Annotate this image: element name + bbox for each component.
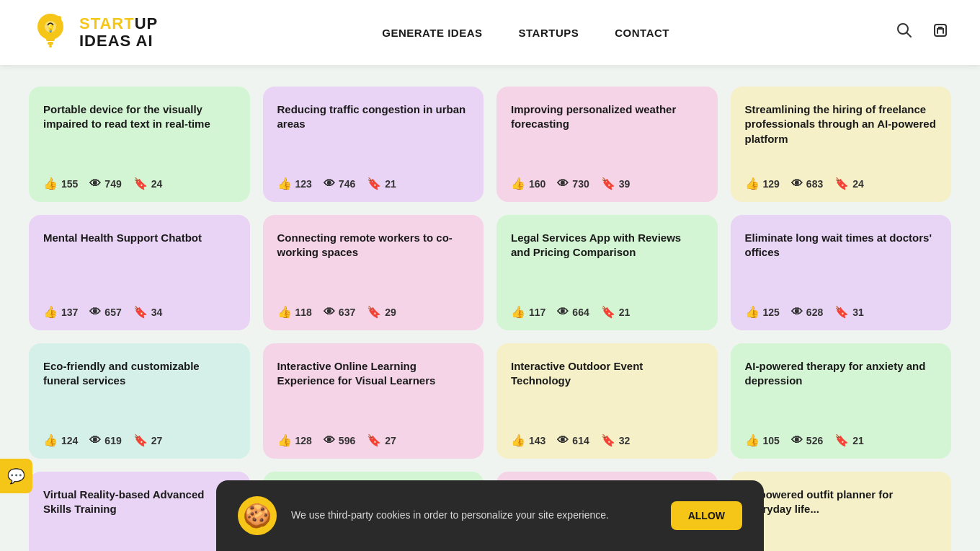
- card-bookmarks: 🔖 34: [133, 305, 163, 319]
- svg-point-5: [57, 16, 61, 20]
- header-icons: [894, 19, 951, 45]
- logo[interactable]: 💡 STARTUP IDEAS AI: [29, 11, 158, 54]
- logo-icon: 💡: [29, 11, 72, 54]
- main-content: Portable device for the visually impaire…: [0, 65, 980, 551]
- views-count: 749: [104, 178, 121, 190]
- card-title: Interactive Online Learning Experience f…: [277, 359, 470, 423]
- views-count: 596: [339, 435, 355, 446]
- views-icon: 👁: [324, 177, 335, 190]
- card-item[interactable]: Streamlining the hiring of freelance pro…: [731, 87, 952, 202]
- card-item[interactable]: Eliminate long wait times at doctors' of…: [731, 215, 952, 330]
- bookmarks-count: 39: [619, 178, 631, 190]
- bookmark-icon: 🔖: [834, 177, 849, 190]
- likes-count: 143: [529, 435, 545, 446]
- card-likes: 👍 129: [745, 177, 780, 190]
- card-stats: 👍 117 👁 664 🔖 21: [511, 305, 703, 319]
- card-views: 👁 596: [324, 434, 355, 447]
- bookmarks-count: 27: [385, 435, 396, 446]
- card-stats: 👍 105 👁 526 🔖 21: [745, 433, 937, 447]
- card-views: 👁 730: [557, 177, 589, 190]
- card-likes: 👍 124: [43, 433, 78, 447]
- card-item[interactable]: Portable device for the visually impaire…: [29, 87, 250, 202]
- card-item[interactable]: Interactive Online Learning Experience f…: [263, 343, 484, 459]
- views-count: 619: [104, 435, 121, 446]
- card-views: 👁 614: [557, 434, 589, 447]
- card-item[interactable]: Interactive Outdoor Event Technology 👍 1…: [496, 343, 718, 459]
- login-button[interactable]: [930, 19, 951, 45]
- svg-rect-2: [48, 42, 53, 45]
- card-bookmarks: 🔖 24: [133, 177, 163, 190]
- card-views: 👁 657: [89, 306, 121, 319]
- card-title: Streamlining the hiring of freelance pro…: [745, 102, 937, 167]
- likes-count: 129: [763, 178, 780, 190]
- card-stats: 👍 155 👁 749 🔖 24: [43, 177, 236, 190]
- card-bookmarks: 🔖 27: [133, 433, 163, 447]
- card-title: Connecting remote workers to co-working …: [277, 231, 470, 295]
- nav-contact[interactable]: CONTACT: [615, 27, 669, 39]
- like-icon: 👍: [277, 305, 292, 319]
- nav-generate[interactable]: GENERATE IDEAS: [382, 27, 482, 39]
- views-icon: 👁: [791, 306, 803, 319]
- card-stats: 👍 160 👁 730 🔖 39: [511, 177, 703, 190]
- views-count: 664: [572, 307, 589, 318]
- card-bookmarks: 🔖 21: [834, 433, 864, 447]
- cookie-allow-button[interactable]: ALLOW: [671, 501, 742, 530]
- card-likes: 👍 155: [43, 177, 78, 190]
- views-icon: 👁: [89, 434, 101, 447]
- views-count: 730: [572, 178, 589, 190]
- bookmark-icon: 🔖: [133, 305, 148, 319]
- views-icon: 👁: [89, 306, 101, 319]
- card-bookmarks: 🔖 21: [367, 177, 396, 190]
- search-button[interactable]: [894, 19, 915, 45]
- card-title: Improving personalized weather forecasti…: [511, 102, 703, 167]
- bookmarks-count: 24: [852, 178, 864, 190]
- feedback-button[interactable]: 💬: [0, 459, 32, 493]
- card-item[interactable]: Mental Health Support Chatbot 👍 137 👁 65…: [29, 215, 250, 330]
- card-likes: 👍 125: [745, 305, 780, 319]
- card-title: Virtual Reality-based Advanced Skills Tr…: [43, 488, 236, 551]
- card-title: Mental Health Support Chatbot: [43, 231, 236, 295]
- likes-count: 160: [529, 178, 545, 190]
- likes-count: 123: [295, 178, 312, 190]
- card-item[interactable]: Connecting remote workers to co-working …: [263, 215, 484, 330]
- views-icon: 👁: [557, 434, 569, 447]
- like-icon: 👍: [277, 433, 292, 447]
- card-likes: 👍 118: [277, 305, 312, 319]
- views-icon: 👁: [324, 306, 335, 319]
- like-icon: 👍: [43, 177, 58, 190]
- card-title: Interactive Outdoor Event Technology: [511, 359, 703, 423]
- card-likes: 👍 105: [745, 433, 780, 447]
- views-count: 746: [339, 178, 355, 190]
- user-icon: [932, 22, 948, 38]
- bookmark-icon: 🔖: [367, 177, 381, 190]
- card-stats: 👍 143 👁 614 🔖 32: [511, 433, 703, 447]
- views-count: 683: [806, 178, 823, 190]
- card-stats: 👍 137 👁 657 🔖 34: [43, 305, 236, 319]
- card-item[interactable]: AI-powered therapy for anxiety and depre…: [731, 343, 952, 459]
- card-likes: 👍 123: [277, 177, 312, 190]
- card-stats: 👍 123 👁 746 🔖 21: [277, 177, 470, 190]
- nav-startups[interactable]: STARTUPS: [519, 27, 579, 39]
- card-bookmarks: 🔖 39: [601, 177, 631, 190]
- card-item[interactable]: Eco-friendly and customizable funeral se…: [29, 343, 250, 459]
- card-item[interactable]: Improving personalized weather forecasti…: [496, 87, 718, 202]
- like-icon: 👍: [745, 433, 760, 447]
- card-likes: 👍 128: [277, 433, 312, 447]
- likes-count: 125: [763, 307, 780, 318]
- svg-line-8: [906, 32, 911, 37]
- views-count: 637: [339, 307, 355, 318]
- card-stats: 👍 125 👁 628 🔖 31: [745, 305, 937, 319]
- bookmark-icon: 🔖: [601, 177, 615, 190]
- card-item[interactable]: Reducing traffic congestion in urban are…: [263, 87, 484, 202]
- cookie-banner: 🍪 We use third-party cookies in order to…: [216, 480, 764, 551]
- bookmark-icon: 🔖: [601, 433, 615, 447]
- likes-count: 124: [61, 435, 78, 446]
- cookie-text: We use third-party cookies in order to p…: [291, 508, 656, 523]
- bookmarks-count: 31: [852, 307, 864, 318]
- card-item[interactable]: Legal Services App with Reviews and Pric…: [496, 215, 718, 330]
- bookmarks-count: 27: [151, 435, 163, 446]
- nav: GENERATE IDEAS STARTUPS CONTACT: [382, 27, 669, 39]
- svg-rect-3: [49, 45, 52, 48]
- card-likes: 👍 117: [511, 305, 545, 319]
- card-likes: 👍 160: [511, 177, 545, 190]
